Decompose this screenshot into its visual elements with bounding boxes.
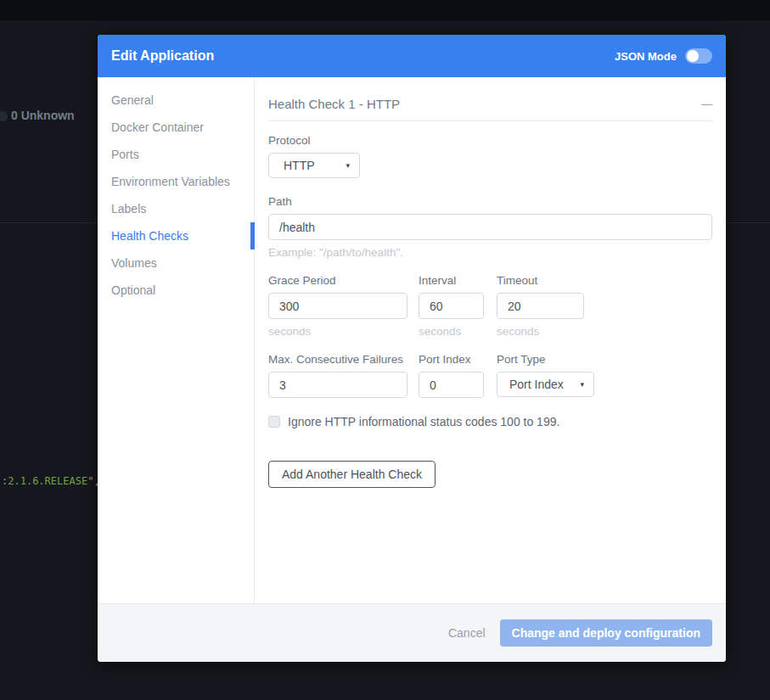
path-input[interactable] [268,214,712,240]
modal-sidebar: General Docker Container Ports Environme… [98,77,255,603]
json-mode-control: JSON Mode [615,48,712,64]
grace-period-input[interactable] [268,293,407,319]
sidebar-item-health-checks[interactable]: Health Checks [98,222,254,249]
port-type-value: Port Index [509,378,564,391]
sidebar-item-label: Docker Container [111,120,204,134]
timeout-input[interactable] [497,293,584,319]
protocol-select[interactable]: HTTP ▾ [268,153,360,178]
background-top-bar [0,0,770,20]
sidebar-item-general[interactable]: General [98,87,254,114]
json-mode-toggle[interactable] [685,48,712,64]
timeout-label: Timeout [497,274,584,287]
add-health-check-button[interactable]: Add Another Health Check [268,461,436,488]
unknown-status-dot-icon [0,111,8,121]
sidebar-item-volumes[interactable]: Volumes [98,249,254,277]
grace-period-label: Grace Period [268,274,407,287]
grace-period-unit: seconds [268,325,407,338]
code-version: 2.1.6.RELEASE [8,475,87,487]
health-checks-panel: Health Check 1 - HTTP — Protocol HTTP ▾ … [255,77,726,603]
port-index-input[interactable] [419,372,484,398]
sidebar-item-label: Environment Variables [111,175,230,188]
chevron-down-icon: ▾ [580,380,584,389]
port-type-label: Port Type [497,353,594,366]
path-label: Path [268,195,712,208]
protocol-value: HTTP [284,159,315,172]
max-failures-input[interactable] [268,372,407,398]
deploy-configuration-button[interactable]: Change and deploy configuration [500,619,712,647]
sidebar-item-label: Labels [111,202,146,216]
timeout-unit: seconds [497,325,584,338]
timing-fields-row: Grace Period seconds Interval seconds Ti… [268,259,712,338]
sidebar-item-optional[interactable]: Optional [98,277,254,304]
sidebar-item-label: Volumes [111,256,157,270]
health-check-section-header: Health Check 1 - HTTP — [268,97,712,121]
cancel-button[interactable]: Cancel [448,626,486,640]
json-mode-label: JSON Mode [615,50,677,63]
protocol-label: Protocol [268,134,712,147]
ignore-http-row: Ignore HTTP informational status codes 1… [268,415,712,428]
sidebar-item-label: Ports [111,148,139,161]
health-check-section-title: Health Check 1 - HTTP [268,97,400,111]
modal-header: Edit Application JSON Mode [98,35,726,77]
modal-footer: Cancel Change and deploy configuration [98,603,726,662]
modal-title: Edit Application [111,48,214,64]
edit-application-modal: Edit Application JSON Mode General Docke… [98,35,726,662]
sidebar-item-ports[interactable]: Ports [98,141,254,168]
toggle-knob-icon [687,50,699,62]
sidebar-item-environment-variables[interactable]: Environment Variables [98,168,254,195]
sidebar-item-label: Optional [111,283,155,297]
port-type-select[interactable]: Port Index ▾ [497,372,594,397]
modal-body: General Docker Container Ports Environme… [98,77,726,603]
interval-input[interactable] [419,293,484,319]
ignore-http-label: Ignore HTTP informational status codes 1… [288,415,559,428]
sidebar-item-label: Health Checks [111,229,188,243]
chevron-down-icon: ▾ [346,161,350,170]
background-code-snippet: :2.1.6.RELEASE", [2,475,100,487]
interval-unit: seconds [419,325,484,338]
port-index-label: Port Index [419,353,484,366]
unknown-status-legend: 0 Unknown [11,109,75,122]
sidebar-item-docker-container[interactable]: Docker Container [98,114,254,141]
path-help-text: Example: "/path/to/health". [268,246,712,259]
collapse-minus-icon[interactable]: — [701,98,712,109]
port-fields-row: Max. Consecutive Failures Port Index Por… [268,338,712,398]
interval-label: Interval [419,274,484,287]
active-indicator [250,222,255,249]
sidebar-item-label: General [111,93,154,107]
sidebar-item-labels[interactable]: Labels [98,195,254,222]
max-failures-label: Max. Consecutive Failures [268,353,407,366]
ignore-http-checkbox[interactable] [268,416,280,428]
